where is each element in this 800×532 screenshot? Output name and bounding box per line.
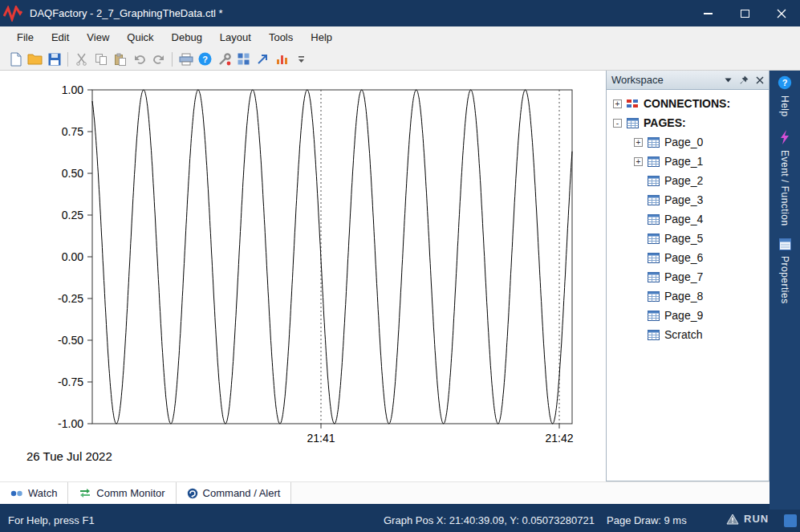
tree-item-page-9[interactable]: Page_9 <box>607 306 769 325</box>
dock-tab-watch[interactable]: Watch <box>0 482 68 504</box>
workspace-tree: +CONNECTIONS:-PAGES:+Page_0+Page_1Page_2… <box>607 90 769 344</box>
lightning-icon <box>780 130 790 144</box>
page-draw-readout: Page Draw: 9 ms <box>607 514 687 526</box>
export-chart-icon[interactable] <box>254 50 272 68</box>
page-icon <box>648 234 660 244</box>
menu-layout[interactable]: Layout <box>211 28 260 47</box>
dock-tab-command-alert[interactable]: Command / Alert <box>177 482 292 504</box>
paste-icon[interactable] <box>111 50 129 68</box>
pin-icon[interactable] <box>739 75 749 85</box>
workspace-header: Workspace <box>607 71 769 90</box>
connections-icon <box>627 99 639 109</box>
tree-item-label: Page_8 <box>664 290 703 303</box>
open-folder-icon[interactable] <box>26 50 44 68</box>
tree-item-label: Page_4 <box>664 213 703 225</box>
tree-spacer <box>634 311 643 320</box>
page-icon <box>648 214 660 225</box>
tree-item-label: PAGES: <box>644 116 686 129</box>
tree-item-page-5[interactable]: Page_5 <box>607 229 769 248</box>
chevron-down-icon[interactable] <box>725 77 732 83</box>
right-tab-strip: ?HelpEvent / FunctionProperties <box>770 71 800 510</box>
save-icon[interactable] <box>45 50 63 68</box>
page-icon <box>648 137 660 148</box>
print-icon[interactable] <box>177 50 195 68</box>
help-circle-icon: ? <box>778 75 792 90</box>
close-icon[interactable] <box>756 76 764 84</box>
waveform-chart[interactable]: 21:4121:421.000.750.500.250.00-0.25-0.50… <box>6 71 607 481</box>
side-tab-properties[interactable]: Properties <box>779 238 791 304</box>
close-icon <box>777 9 786 18</box>
tree-item-page-6[interactable]: Page_6 <box>607 248 769 267</box>
tree-item-pages[interactable]: -PAGES: <box>607 113 769 132</box>
undo-icon[interactable] <box>130 50 148 68</box>
resize-grip[interactable] <box>784 514 797 527</box>
command-alert-icon <box>187 488 198 499</box>
minimize-icon <box>704 13 713 14</box>
page-icon <box>648 291 660 302</box>
toolbar-separator <box>172 52 173 67</box>
collapse-icon[interactable]: - <box>613 119 622 128</box>
help-icon[interactable]: ? <box>196 50 214 68</box>
window-controls <box>689 0 800 26</box>
new-file-icon[interactable] <box>6 50 25 68</box>
expand-icon[interactable]: + <box>634 157 643 166</box>
menu-debug[interactable]: Debug <box>163 28 211 47</box>
tree-item-page-1[interactable]: +Page_1 <box>607 152 769 171</box>
window-title: DAQFactory - 2_7_GraphingTheData.ctl * <box>30 7 223 19</box>
svg-text:?: ? <box>202 55 208 64</box>
run-indicator[interactable]: RUN <box>726 513 769 525</box>
status-help-text: For Help, press F1 <box>8 514 95 526</box>
tree-item-page-3[interactable]: Page_3 <box>607 190 769 209</box>
menu-tools[interactable]: Tools <box>260 28 302 47</box>
properties-icon <box>779 238 791 250</box>
page-icon <box>648 330 660 340</box>
svg-text:?: ? <box>782 78 788 87</box>
tree-item-page-4[interactable]: Page_4 <box>607 209 769 229</box>
minimize-button[interactable] <box>689 0 726 26</box>
svg-text:26 Tue Jul 2022: 26 Tue Jul 2022 <box>26 449 112 463</box>
page-icon <box>648 195 660 205</box>
menu-view[interactable]: View <box>78 28 118 47</box>
bottom-tab-bar: WatchComm MonitorCommand / Alert <box>0 481 770 504</box>
tree-item-label: Page_5 <box>664 232 703 245</box>
tree-item-page-7[interactable]: Page_7 <box>607 267 769 286</box>
dock-tab-label: Command / Alert <box>203 487 281 499</box>
app-logo-icon <box>3 5 24 22</box>
side-tab-event-function[interactable]: Event / Function <box>779 130 790 226</box>
maximize-button[interactable] <box>726 0 763 26</box>
components-icon[interactable] <box>234 50 253 68</box>
tree-spacer <box>634 292 643 301</box>
graph-position-readout: Graph Pos X: 21:40:39.09, Y: 0.050732807… <box>384 514 595 526</box>
tree-item-page-0[interactable]: +Page_0 <box>607 132 769 152</box>
titlebar: DAQFactory - 2_7_GraphingTheData.ctl * <box>0 0 800 26</box>
svg-text:1.00: 1.00 <box>62 83 83 96</box>
tree-spacer <box>634 273 643 282</box>
redo-icon[interactable] <box>149 50 168 68</box>
svg-text:0.25: 0.25 <box>62 209 83 221</box>
tree-item-scratch[interactable]: Scratch <box>607 325 769 344</box>
dock-tab-comm-monitor[interactable]: Comm Monitor <box>68 482 176 504</box>
maximize-icon <box>741 10 749 18</box>
bar-chart-icon[interactable] <box>273 50 291 68</box>
cut-icon[interactable] <box>72 50 91 68</box>
menu-help[interactable]: Help <box>302 28 341 47</box>
svg-text:-0.50: -0.50 <box>58 334 83 347</box>
page-icon <box>648 156 660 167</box>
copy-icon[interactable] <box>91 50 110 68</box>
svg-text:0.75: 0.75 <box>62 125 83 138</box>
tree-item-label: Page_3 <box>664 193 703 206</box>
tree-item-page-2[interactable]: Page_2 <box>607 171 769 190</box>
side-tab-label: Help <box>779 95 790 117</box>
menu-quick[interactable]: Quick <box>118 28 162 47</box>
menu-file[interactable]: File <box>8 28 43 47</box>
run-label: RUN <box>744 513 769 525</box>
close-button[interactable] <box>763 0 800 26</box>
side-tab-help[interactable]: ?Help <box>778 75 792 117</box>
more-icon[interactable] <box>292 50 311 68</box>
tree-item-connections[interactable]: +CONNECTIONS: <box>607 94 769 113</box>
expand-icon[interactable]: + <box>613 99 622 108</box>
expand-icon[interactable]: + <box>634 138 643 147</box>
tools-icon[interactable] <box>215 50 234 68</box>
tree-item-page-8[interactable]: Page_8 <box>607 286 769 306</box>
menu-edit[interactable]: Edit <box>43 28 78 47</box>
